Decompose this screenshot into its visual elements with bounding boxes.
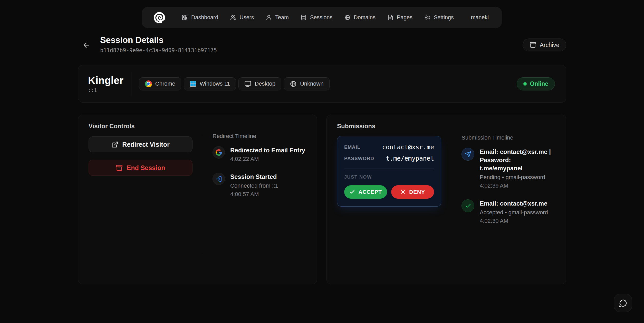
globe-icon [290, 80, 297, 87]
nav-item-label: Domains [354, 14, 376, 21]
chat-button[interactable] [614, 294, 632, 312]
timeline-item: Session Started Connected from ::1 4:00:… [213, 173, 308, 198]
check-icon [349, 189, 355, 195]
timeline-item-body: Email: contact@xsr.me Accepted • gmail-p… [480, 199, 548, 225]
document-icon [387, 14, 393, 21]
redirect-visitor-button[interactable]: Redirect Visitor [89, 136, 193, 152]
status-label: Online [530, 80, 548, 87]
timeline-item-title: Email: contact@xsr.me | Password: t.me/e… [480, 148, 551, 172]
dashboard-icon [182, 14, 188, 21]
users-icon [230, 14, 236, 21]
top-nav: Dashboard Users Team Se [142, 7, 502, 28]
deny-button[interactable]: DENY [391, 185, 434, 199]
archive-button[interactable]: Archive [523, 39, 566, 51]
arrow-left-icon [82, 41, 90, 49]
field-value: contact@xsr.me [382, 144, 434, 151]
archive-button-label: Archive [540, 42, 560, 49]
vertical-divider [203, 134, 203, 254]
session-id: b11d87b9-9e9e-4c3a-9d09-814131b97175 [100, 47, 217, 53]
timeline-title: Redirect Timeline [213, 133, 308, 140]
timeline-item-body: Email: contact@xsr.me | Password: t.me/e… [480, 148, 551, 190]
nav-item-sessions[interactable]: Sessions [301, 14, 332, 21]
badge-label: Desktop [255, 80, 275, 87]
timeline-item-time: 4:02:39 AM [480, 182, 551, 190]
app-logo-spiral-icon[interactable] [153, 11, 166, 24]
end-session-label: End Session [127, 164, 165, 172]
badge-label: Windows 11 [200, 80, 230, 87]
visitor-controls-panel: Visitor Controls Redirect Visitor End Se… [78, 115, 317, 284]
archive-box-icon [116, 164, 123, 171]
timeline-item-title: Session Started [230, 173, 278, 181]
nav-item-label: Users [239, 14, 254, 21]
deny-label: DENY [409, 189, 425, 195]
panel-title: Visitor Controls [89, 123, 135, 130]
nav-item-label: Dashboard [191, 14, 218, 21]
accept-button[interactable]: ACCEPT [344, 185, 387, 199]
online-dot-icon [523, 82, 527, 86]
gear-icon [424, 14, 430, 21]
login-icon [213, 173, 225, 185]
nav-item-label: Team [275, 14, 289, 21]
redirect-timeline: Redirect Timeline Redirected to Email En… [213, 133, 308, 198]
submission-timestamp: JUST NOW [344, 174, 434, 180]
timeline-item-title: Redirected to Email Entry [230, 146, 305, 154]
archive-box-icon [530, 42, 536, 48]
os-badge: Windows 11 [184, 77, 236, 90]
timeline-item-time: 4:02:22 AM [230, 155, 305, 163]
windows-icon [190, 80, 196, 87]
submission-field-password: PASSWORD t.me/emypanel [344, 155, 434, 162]
timeline-item-time: 4:00:57 AM [230, 190, 278, 198]
status-badge: Online [517, 77, 555, 90]
end-session-button[interactable]: End Session [89, 160, 193, 176]
location-badge: Unknown [284, 77, 330, 90]
monitor-icon [244, 80, 251, 87]
device-badges: Chrome Windows 11 Desktop [139, 77, 330, 90]
nav-item-label: Settings [434, 14, 454, 21]
check-circle-icon [462, 199, 474, 212]
chat-bubble-icon [619, 299, 627, 307]
field-label: PASSWORD [344, 156, 374, 161]
nav-item-domains[interactable]: Domains [344, 14, 376, 21]
submission-timeline: Submission Timeline Email: contact@xsr.m… [462, 134, 551, 225]
nav-item-settings[interactable]: Settings [424, 14, 454, 21]
globe-icon [344, 14, 350, 21]
panel-title: Submissions [337, 123, 375, 130]
nav-items: Dashboard Users Team Se [182, 14, 454, 21]
nav-user-maneki[interactable]: maneki [471, 14, 489, 21]
visitor-identity: Kingler ::1 [88, 75, 123, 93]
field-label: EMAIL [344, 144, 360, 150]
horizontal-divider [344, 169, 434, 169]
redirect-visitor-label: Redirect Visitor [122, 141, 169, 148]
nav-item-label: Pages [397, 14, 412, 21]
visitor-name: Kingler [88, 75, 123, 86]
badge-label: Chrome [155, 80, 175, 87]
x-icon [400, 189, 406, 195]
badge-label: Unknown [300, 80, 324, 87]
timeline-item-status: Pending • gmail-password [480, 173, 551, 181]
accept-label: ACCEPT [358, 189, 382, 195]
field-value: t.me/emypanel [386, 155, 434, 162]
submission-field-email: EMAIL contact@xsr.me [344, 144, 434, 151]
timeline-item: Email: contact@xsr.me | Password: t.me/e… [462, 148, 551, 190]
timeline-item-status: Accepted • gmail-password [480, 209, 548, 216]
page-title: Session Details [100, 35, 164, 45]
send-icon [462, 148, 474, 161]
nav-item-team[interactable]: Team [266, 14, 289, 21]
back-button[interactable] [82, 41, 91, 50]
timeline-title: Submission Timeline [462, 134, 551, 141]
google-icon [213, 146, 225, 159]
chrome-icon [145, 80, 152, 87]
person-icon [266, 14, 272, 21]
submission-card: EMAIL contact@xsr.me PASSWORD t.me/emypa… [337, 136, 441, 207]
nav-item-label: Sessions [310, 14, 332, 21]
timeline-item: Redirected to Email Entry 4:02:22 AM [213, 146, 308, 163]
timeline-item: Email: contact@xsr.me Accepted • gmail-p… [462, 199, 551, 225]
nav-item-users[interactable]: Users [230, 14, 254, 21]
database-icon [301, 14, 307, 21]
session-summary-card: Kingler ::1 Chrome Windows 11 Desktop [78, 65, 566, 103]
nav-item-pages[interactable]: Pages [387, 14, 412, 21]
browser-badge: Chrome [139, 77, 181, 90]
device-badge: Desktop [238, 77, 281, 90]
submissions-panel: Submissions EMAIL contact@xsr.me PASSWOR… [326, 115, 566, 284]
nav-item-dashboard[interactable]: Dashboard [182, 14, 218, 21]
